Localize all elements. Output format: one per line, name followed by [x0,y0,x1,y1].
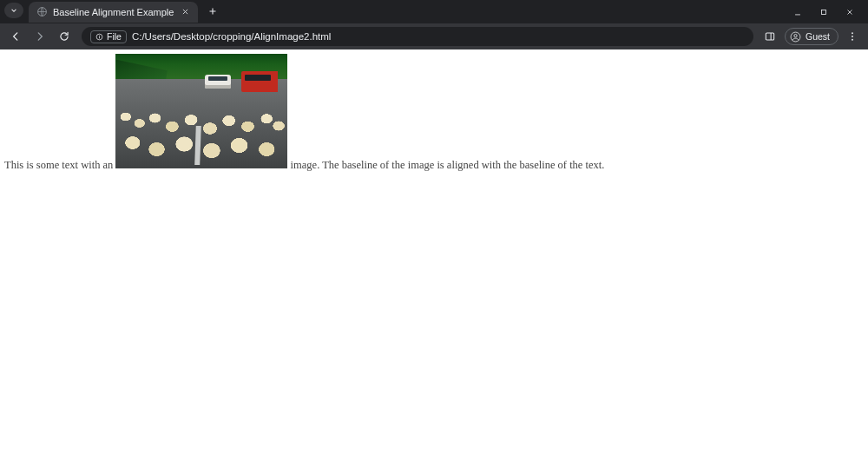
svg-point-8 [852,39,853,41]
plus-icon [207,6,218,16]
close-window-button[interactable] [837,0,863,23]
tab-title: Baseline Alignment Example [53,7,174,17]
close-icon [845,8,854,16]
file-chip: File [90,30,127,43]
globe-icon [36,6,48,18]
profile-chip[interactable]: Guest [785,28,838,45]
toolbar: File C:/Users/Desktop/cropping/AlignImag… [0,23,868,49]
minimize-button[interactable] [785,0,811,23]
file-chip-label: File [107,31,122,42]
maximize-icon [819,8,828,16]
address-bar[interactable]: File C:/Users/Desktop/cropping/AlignImag… [82,27,753,46]
back-button[interactable] [5,26,26,47]
browser-tab[interactable]: Baseline Alignment Example [29,2,198,23]
reload-icon [58,30,70,43]
tab-close-button[interactable] [179,6,191,18]
tab-strip-region: Baseline Alignment Example [0,0,868,23]
profile-label: Guest [806,31,830,42]
new-tab-button[interactable] [203,2,222,21]
inline-image [115,54,287,168]
maximize-button[interactable] [811,0,837,23]
tab-strip: Baseline Alignment Example [0,0,222,23]
svg-rect-3 [766,33,773,40]
chevron-down-icon [10,6,18,15]
info-icon [95,33,103,41]
svg-point-6 [852,32,853,34]
panel-icon [764,30,776,43]
person-icon [790,31,801,43]
page-viewport[interactable]: This is some text with an image. The bas… [0,49,868,461]
reload-button[interactable] [54,26,75,47]
forward-button[interactable] [30,26,50,47]
minimize-icon [793,8,802,16]
chrome-menu-button[interactable] [842,26,863,47]
svg-point-5 [794,34,797,36]
close-icon [181,8,189,16]
svg-point-7 [852,36,853,37]
window-controls [785,0,868,23]
kebab-icon [846,30,858,43]
text-after-image: image. The baseline of the image is alig… [287,159,604,171]
text-before-image: This is some text with an [4,159,115,171]
side-panel-button[interactable] [760,27,779,46]
arrow-left-icon [10,30,22,43]
url-text: C:/Users/Desktop/cropping/AlignImage2.ht… [132,31,745,42]
svg-rect-1 [822,10,826,14]
search-tabs-button[interactable] [4,3,23,18]
arrow-right-icon [34,30,46,43]
page-paragraph: This is some text with an image. The bas… [4,159,604,171]
